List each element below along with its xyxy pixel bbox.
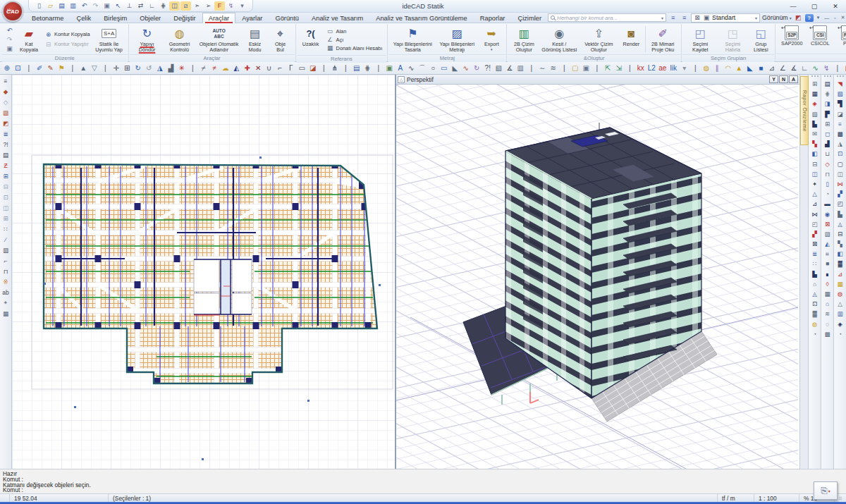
left-toolbar-icon[interactable]: ▦	[1, 309, 11, 319]
toolbar-icon[interactable]: ◮	[154, 63, 166, 74]
right-toolbar-icon[interactable]: ⊔	[822, 149, 833, 159]
toolbar-icon[interactable]: ∠	[778, 63, 789, 74]
toolbar-icon[interactable]: ↻	[133, 63, 144, 74]
ribbon-button[interactable]: ◉ Kesit / Görünüş Listesi	[539, 25, 580, 54]
right-toolbar-icon[interactable]: ⊠	[822, 219, 833, 229]
right-toolbar-icon[interactable]: ⌂	[809, 279, 820, 289]
maximize-button[interactable]: ▢	[804, 1, 825, 11]
quick-access-icon[interactable]: F	[214, 1, 225, 11]
kontur-kopyala-button[interactable]: ⊕ Kontur Kopyala	[43, 30, 92, 39]
left-toolbar-icon[interactable]: ⌐	[1, 256, 11, 266]
toolbar-grip[interactable]	[837, 75, 844, 78]
status-units[interactable]: tf / m	[718, 494, 754, 502]
right-toolbar-icon[interactable]: ≡	[835, 119, 845, 129]
search-dropdown-icon[interactable]: ▾	[661, 16, 663, 20]
right-toolbar-icon[interactable]: ▩	[835, 129, 845, 139]
right-toolbar-icon[interactable]: ⊿	[809, 199, 820, 209]
quick-access-icon[interactable]: ⧄	[180, 1, 191, 11]
toolbar-icon[interactable]: ■	[756, 63, 767, 74]
right-toolbar-icon[interactable]: ◍	[809, 319, 820, 329]
view-dropdown[interactable]: Görünüm ▾	[762, 14, 792, 21]
style-combobox[interactable]: ⊠ ▣ Standart ▾	[691, 13, 760, 23]
toolbar-icon[interactable]: ⋕	[362, 63, 374, 74]
right-toolbar-icon[interactable]: ◬	[809, 289, 820, 299]
right-toolbar-icon[interactable]: ■	[822, 259, 833, 269]
toolbar-icon[interactable]: |	[188, 63, 199, 74]
toolbar-icon[interactable]: ◣	[450, 63, 461, 74]
right-toolbar-icon[interactable]: ▟	[822, 139, 833, 149]
menu-tab[interactable]: Raporlar	[474, 13, 512, 23]
left-toolbar-icon[interactable]: ⊟	[1, 182, 11, 192]
toolbar-icon[interactable]: |	[625, 63, 636, 74]
export-button[interactable]: ↵ S2P SAP2000	[778, 25, 806, 53]
toolbar-icon[interactable]: ✚	[242, 63, 253, 74]
menu-tab[interactable]: Değiştir	[167, 13, 202, 23]
right-toolbar-icon[interactable]: ▬	[822, 199, 833, 209]
right-toolbar-icon[interactable]: ◥	[835, 79, 845, 89]
toolbar-icon[interactable]: |	[526, 63, 537, 74]
redo-icon[interactable]: ↷	[4, 35, 15, 44]
child-minimize-icon[interactable]: —	[823, 16, 830, 20]
command-history[interactable]: HazırKomut :Katmanı değişecek objeleri s…	[0, 469, 846, 493]
menu-tab[interactable]: Araçlar	[202, 13, 235, 23]
quick-access-icon[interactable]: ∟	[147, 1, 157, 11]
toolbar-icon[interactable]: ▣	[384, 63, 396, 74]
quick-access-icon[interactable]: ↖	[113, 1, 123, 11]
ribbon-button[interactable]: ✐ 2B Mimari Proje Oku	[646, 25, 679, 54]
toolbar-icon[interactable]: ▤	[351, 63, 362, 74]
toolbar-icon[interactable]: ✛	[111, 63, 122, 74]
toolbar-icon[interactable]: |	[341, 63, 352, 74]
right-toolbar-icon[interactable]: ∷	[809, 259, 820, 269]
toolbar-icon[interactable]: ✎	[45, 63, 56, 74]
right-toolbar-icon[interactable]: ▚	[809, 139, 820, 149]
toolbar-icon[interactable]: ⇲	[613, 63, 625, 74]
toolbar-icon[interactable]: ○	[428, 63, 439, 74]
toolbar-icon[interactable]: |	[559, 63, 570, 74]
toolbar-icon[interactable]: |	[67, 63, 78, 74]
toolbar-icon[interactable]: ⊿	[766, 63, 778, 74]
right-toolbar-icon[interactable]: ⋕	[822, 89, 833, 99]
right-toolbar-icon[interactable]: ◫	[835, 169, 845, 179]
right-toolbar-icon[interactable]: ⊟	[835, 229, 845, 239]
left-toolbar-icon[interactable]: ∷	[1, 224, 11, 234]
ribbon-button[interactable]: ◳ Seçimi Hatırla	[716, 25, 749, 54]
toolbar-icon[interactable]: A	[395, 63, 406, 74]
right-toolbar-icon[interactable]: ▙	[835, 209, 845, 219]
ribbon-button[interactable]: AUTO ABC Objeleri Otomatik Adlandır	[196, 25, 243, 54]
right-toolbar-icon[interactable]: ▢	[835, 159, 845, 169]
right-toolbar-icon[interactable]: ◻	[822, 129, 833, 139]
right-toolbar-icon[interactable]: ▦	[809, 89, 820, 99]
toolbar-icon[interactable]: ▢	[570, 63, 581, 74]
report-preview-tab[interactable]: Rapor Önizleme	[800, 76, 809, 145]
left-toolbar-icon[interactable]: ▥	[1, 245, 11, 255]
toolbar-icon[interactable]: ⌐	[275, 63, 286, 74]
child-restore-icon[interactable]: ▫	[833, 16, 837, 20]
right-toolbar-icon[interactable]: ▜	[835, 99, 845, 109]
left-toolbar-icon[interactable]: ⊡	[1, 192, 11, 202]
left-toolbar-icon[interactable]: ⊞	[1, 171, 11, 181]
right-toolbar-icon[interactable]: ◊	[822, 279, 833, 289]
ribbon-button[interactable]: ▤ Eskiz Modu	[243, 25, 268, 54]
toolbar-icon[interactable]: ▾	[679, 63, 690, 74]
right-toolbar-icon[interactable]: ▩	[822, 329, 833, 339]
menu-tab[interactable]: Çelik	[70, 13, 97, 23]
menu-tab[interactable]: Birleşim	[97, 13, 133, 23]
right-toolbar-icon[interactable]: ▥	[835, 309, 845, 319]
toolbar-icon[interactable]: ◣	[744, 63, 756, 74]
viewport-mode-icon[interactable]: △	[398, 76, 405, 83]
quick-access-icon[interactable]: ➣	[192, 1, 202, 11]
right-toolbar-icon[interactable]: ◍	[835, 289, 845, 299]
menu-tab[interactable]: Objeler	[133, 13, 167, 23]
right-toolbar-icon[interactable]: ≋	[822, 309, 833, 319]
toolbar-icon[interactable]: ∿	[406, 63, 417, 74]
toolbar-icon[interactable]: ⋔	[329, 63, 341, 74]
right-toolbar-icon[interactable]: ▦	[835, 279, 845, 289]
help-icon[interactable]: ?	[805, 14, 814, 22]
toolbar-icon[interactable]: ∡	[504, 63, 515, 74]
toolbar-icon[interactable]: |	[690, 63, 701, 74]
left-toolbar-icon[interactable]: ab	[1, 288, 11, 297]
export-button[interactable]: ↵ PDF PDF	[834, 25, 846, 53]
right-toolbar-icon[interactable]: ▙	[809, 269, 820, 279]
quick-access-icon[interactable]: ▥	[68, 1, 78, 11]
toolbar-icon[interactable]: ?!	[482, 63, 494, 74]
